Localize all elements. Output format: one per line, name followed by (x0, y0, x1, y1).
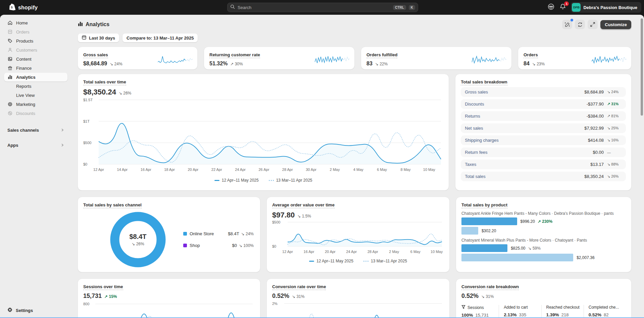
funnel-step-percent: 100% (461, 313, 473, 318)
notifications-bell-icon[interactable]: 1 (559, 3, 566, 11)
sidebar-item-customers[interactable]: Customers (4, 46, 67, 54)
sidebar-item-settings[interactable]: Settings (7, 307, 33, 313)
sidebar-nav: HomeOrdersProductsCustomersContentFinanc… (0, 18, 71, 118)
shopify-bag-icon: S (9, 3, 16, 12)
current-period-bar[interactable] (461, 217, 517, 225)
current-period-bar[interactable] (461, 244, 507, 252)
kpi-title[interactable]: Returning customer rate (209, 52, 260, 58)
product-previous-bar-row: $2,007.36 (461, 254, 626, 261)
product-current-bar-row: $825.00↘ 59% (461, 244, 626, 252)
shopify-logo[interactable]: S shopify (9, 3, 38, 12)
svg-text:4 May: 4 May (353, 168, 363, 172)
svg-text:22 Apr: 22 Apr (211, 168, 222, 172)
funnel-step-count: 218 (561, 312, 569, 317)
store-menu[interactable]: DPB Debra's Passion Boutique (571, 2, 641, 13)
page-title: Analytics (78, 21, 109, 28)
sidebar-item-discounts[interactable]: Discounts (4, 109, 67, 118)
legend-swatch (183, 232, 187, 236)
channel-title[interactable]: Total sales by sales channel (83, 202, 142, 208)
kpi-card-returning-customer-rate: Returning customer rate51.32%↗ 30% (204, 47, 354, 69)
sidebar-item-marketing[interactable]: Marketing (4, 100, 67, 109)
aov-title[interactable]: Average order value over time (272, 202, 335, 208)
sidebar-section-apps[interactable]: Apps (7, 143, 64, 148)
date-range-button[interactable]: Last 30 days (78, 34, 119, 42)
funnel-title[interactable]: Conversion rate breakdown (461, 284, 519, 290)
channel-name: Shop (190, 243, 229, 248)
svg-text:26 Apr: 26 Apr (259, 168, 269, 172)
channel-name: Online Store (190, 231, 225, 236)
vertical-scrollbar[interactable] (641, 18, 643, 116)
search-input[interactable]: Search CTRL K (227, 3, 418, 12)
breakdown-label[interactable]: Taxes (465, 162, 476, 167)
kpi-card-orders-fulfilled: Orders fulfilled83↘ 22% (361, 47, 511, 69)
app-shell: HomeOrdersProductsCustomersContentFinanc… (0, 15, 644, 318)
discounts-icon (7, 111, 13, 116)
breakdown-title[interactable]: Total sales breakdown (461, 79, 507, 85)
previous-period-bar[interactable] (461, 254, 573, 261)
sidebar-item-content[interactable]: Content (4, 55, 67, 63)
svg-text:24 Apr: 24 Apr (235, 168, 246, 172)
breakdown-label[interactable]: Returns (465, 114, 480, 119)
funnel-value: 0.52% (461, 293, 479, 300)
sidebar-item-label: Customers (16, 48, 37, 53)
breakdown-label[interactable]: Discounts (465, 102, 484, 107)
legend-swatch (363, 261, 368, 262)
kpi-row: Gross sales$8,684.89↘ 24%Returning custo… (78, 47, 631, 69)
sidebar-section-sales-channels[interactable]: Sales channels (7, 128, 64, 133)
sidebar-item-label: Products (16, 39, 33, 44)
breakdown-label[interactable]: Return fees (465, 150, 487, 155)
bar-value: $825.00 (511, 246, 525, 251)
sidebar: HomeOrdersProductsCustomersContentFinanc… (0, 15, 71, 318)
funnel-step-label: Added to cart (504, 305, 528, 310)
conversion-value: 0.52% (272, 293, 289, 300)
svg-text:$0: $0 (272, 244, 276, 248)
svg-text:30 Apr: 30 Apr (306, 168, 316, 172)
breakdown-delta: ↘ 88% (607, 162, 622, 167)
conversion-chart[interactable]: 2% (272, 300, 444, 318)
compare-to-button[interactable]: Compare to: 13 Mar–11 Apr 2025 (122, 34, 198, 42)
magic-assistant-button[interactable] (562, 20, 572, 29)
sidebar-item-finance[interactable]: Finance (4, 64, 67, 72)
breakdown-label[interactable]: Total sales (465, 174, 485, 179)
products-title[interactable]: Total sales by product (461, 202, 507, 208)
bar-value: $2,007.36 (577, 255, 594, 260)
card-title: Sessions over time (83, 283, 255, 290)
sidebar-item-orders[interactable]: Orders (4, 27, 67, 36)
sessions-title[interactable]: Sessions over time (83, 284, 123, 290)
breakdown-label[interactable]: Gross sales (465, 89, 488, 94)
aov-chart[interactable]: $500$012 Apr16 Apr20 Apr24 Apr28 Apr2 Ma… (272, 219, 444, 255)
kpi-delta: ↗ 30% (230, 62, 243, 66)
refresh-button[interactable] (575, 20, 585, 29)
svg-text:20 Apr: 20 Apr (188, 168, 198, 172)
sidebar-item-products[interactable]: Products (4, 37, 67, 45)
conversion-title[interactable]: Conversion rate over time (272, 284, 326, 290)
sidekick-icon[interactable] (547, 3, 555, 12)
svg-text:800: 800 (83, 302, 89, 306)
sidebar-item-label: Reports (16, 84, 32, 89)
funnel-step-count: 15,731 (476, 313, 489, 318)
expand-fullscreen-button[interactable] (588, 20, 598, 29)
total-sales-chart[interactable]: $1.5T$1T$500$012 Apr14 Apr16 Apr18 Apr20… (83, 97, 443, 174)
chart-legend: 12 Apr–11 May 202513 Mar–11 Apr 2025 (83, 178, 443, 183)
breakdown-label[interactable]: Shipping charges (465, 138, 498, 143)
svg-text:$1T: $1T (83, 119, 90, 123)
kpi-title[interactable]: Gross sales (83, 52, 108, 58)
kpi-title[interactable]: Orders fulfilled (366, 52, 397, 58)
total-sales-title[interactable]: Total sales over time (83, 79, 126, 85)
kpi-value: 51.32% (209, 61, 228, 67)
kpi-title[interactable]: Orders (524, 52, 538, 58)
bar-delta: ↗ 230% (538, 219, 552, 224)
kpi-value: 84 (524, 61, 530, 67)
sessions-chart[interactable]: 800 (83, 300, 255, 318)
sidebar-item-live-view[interactable]: Live View (4, 91, 67, 100)
bar-value: $996.20 (521, 219, 535, 224)
previous-period-bar[interactable] (461, 227, 478, 235)
breakdown-row: Discounts-$377.90↗ 31% (461, 99, 626, 109)
breakdown-label[interactable]: Net sales (465, 126, 483, 131)
customize-button[interactable]: Customize (600, 20, 631, 29)
sidebar-item-analytics[interactable]: Analytics (4, 73, 67, 81)
sidebar-item-home[interactable]: Home (4, 18, 67, 27)
sidebar-item-reports[interactable]: Reports (4, 82, 67, 90)
sidebar-item-label: Analytics (16, 75, 36, 80)
channel-donut-chart[interactable]: $8.4T ↘ 26% (110, 212, 166, 267)
